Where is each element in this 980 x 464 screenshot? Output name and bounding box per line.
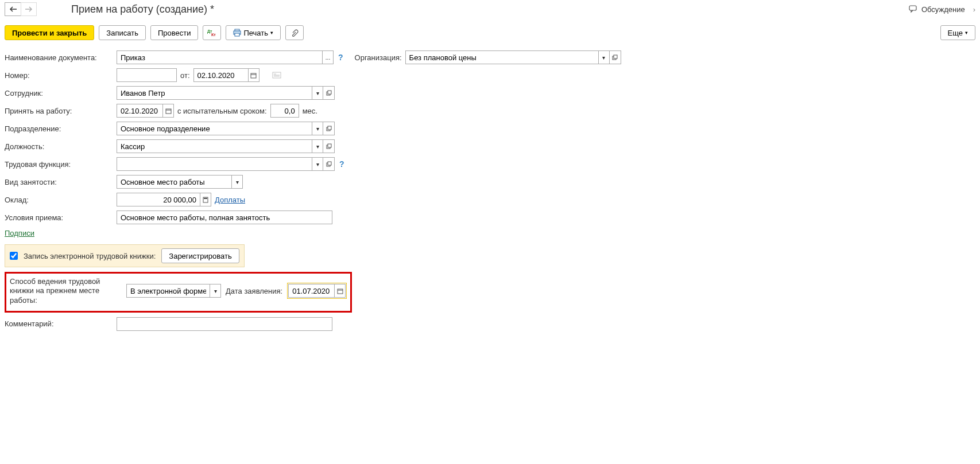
svg-text:Кт: Кт [211,33,216,37]
open-icon [326,126,332,131]
svg-rect-5 [235,33,239,36]
department-open-btn[interactable] [323,122,335,135]
open-icon [326,143,332,149]
discuss-button[interactable]: Обсуждение [905,4,969,15]
toolbar: Провести и закрыть Записать Провести ДтК… [5,25,975,40]
post-button[interactable]: Провести [150,25,199,40]
employee-label: Сотрудник: [5,89,117,98]
dtkt-button[interactable]: ДтКт [203,25,221,40]
chevron-down-icon: ▾ [965,30,968,36]
header-bar: Прием на работу (создание) * Обсуждение … [5,2,975,16]
page-title: Прием на работу (создание) * [71,3,214,15]
record-button[interactable]: Записать [99,25,146,40]
calendar-icon [165,108,172,114]
employee-open-btn[interactable] [323,86,335,100]
open-icon [326,161,332,167]
addons-link[interactable]: Доплаты [215,196,245,204]
doc-name-label: Наименование документа: [5,53,117,62]
svg-rect-7 [614,55,617,59]
salary-calc-btn[interactable] [200,193,211,206]
org-dropdown-btn[interactable]: ▾ [598,50,610,64]
employment-type-label: Вид занятости: [5,178,117,186]
org-open-btn[interactable] [610,50,621,64]
from-label: от: [180,71,190,80]
more-button[interactable]: Еще ▾ [940,25,975,40]
book-method-input[interactable] [126,284,210,298]
date-picker-btn[interactable] [248,68,259,82]
position-label: Должность: [5,142,117,151]
etk-checkbox[interactable] [10,252,18,260]
nav-buttons [5,2,37,16]
post-and-close-button[interactable]: Провести и закрыть [5,25,94,40]
org-input[interactable] [405,50,598,64]
trial-label: с испытательным сроком: [177,107,267,115]
svg-rect-23 [328,162,331,165]
form-grid: Наименование документа: ... ? Организаци… [5,50,636,224]
hire-date-label: Принять на работу: [5,107,117,115]
app-date-picker-btn[interactable] [334,284,346,298]
position-open-btn[interactable] [323,139,335,153]
employee-input[interactable] [117,86,312,100]
help-icon[interactable]: ? [338,53,343,62]
svg-rect-15 [328,91,331,94]
org-label: Организация: [355,53,402,62]
svg-rect-16 [166,109,171,114]
salary-input[interactable] [117,193,200,206]
forward-button[interactable] [21,2,37,16]
labor-func-input[interactable] [117,157,312,171]
employment-type-input[interactable] [117,175,231,189]
doc-name-select-btn[interactable]: ... [322,50,334,64]
hire-date-picker-btn[interactable] [162,104,174,118]
back-button[interactable] [5,2,21,16]
attach-button[interactable] [285,25,304,40]
labor-func-dropdown-btn[interactable]: ▾ [312,157,323,171]
card-icon[interactable] [272,72,281,79]
employee-dropdown-btn[interactable]: ▾ [312,86,323,100]
signatures-link[interactable]: Подписи [5,229,34,237]
chevron-right-icon[interactable]: › [973,5,975,14]
printer-icon [233,29,241,37]
print-button[interactable]: Печать ▾ [226,25,281,40]
etk-label: Запись электронной трудовой книжки: [24,252,156,260]
svg-rect-0 [909,6,916,10]
more-label: Еще [948,29,963,37]
open-icon [326,90,332,96]
department-input[interactable] [117,122,312,135]
svg-rect-19 [328,126,331,130]
chevron-down-icon: ▾ [270,30,273,36]
date-input[interactable] [193,68,248,82]
highlighted-section: Способ ведения трудовой книжки на прежне… [5,272,352,313]
paperclip-icon [290,29,299,37]
hire-date-input[interactable] [117,104,162,118]
trial-input[interactable] [270,104,299,118]
app-date-input[interactable] [288,284,334,298]
etk-block: Запись электронной трудовой книжки: Заре… [5,244,245,267]
open-icon [612,54,618,60]
months-label: мес. [303,107,317,115]
calendar-icon [337,288,343,294]
app-date-label: Дата заявления: [226,287,282,295]
conditions-input[interactable] [117,210,332,224]
print-label: Печать [243,29,268,37]
position-input[interactable] [117,139,312,153]
svg-rect-26 [338,289,343,294]
conditions-label: Условия приема: [5,213,117,222]
book-method-dropdown-btn[interactable]: ▾ [210,284,221,298]
svg-rect-8 [251,73,256,78]
discuss-label: Обсуждение [921,5,965,14]
comment-input[interactable] [117,317,332,331]
employment-type-dropdown-btn[interactable]: ▾ [231,175,243,189]
book-method-label: Способ ведения трудовой книжки на прежне… [10,277,122,305]
register-button[interactable]: Зарегистрировать [161,248,239,263]
comment-label: Комментарий: [5,319,117,328]
labor-func-open-btn[interactable] [323,157,335,171]
salary-label: Оклад: [5,196,117,204]
labor-func-label: Трудовая функция: [5,160,117,169]
department-dropdown-btn[interactable]: ▾ [312,122,323,135]
doc-name-input[interactable] [117,50,322,64]
help-icon[interactable]: ? [339,159,344,169]
number-input[interactable] [117,68,177,82]
calculator-icon [203,197,208,203]
dtkt-icon: ДтКт [207,29,216,37]
position-dropdown-btn[interactable]: ▾ [312,139,323,153]
